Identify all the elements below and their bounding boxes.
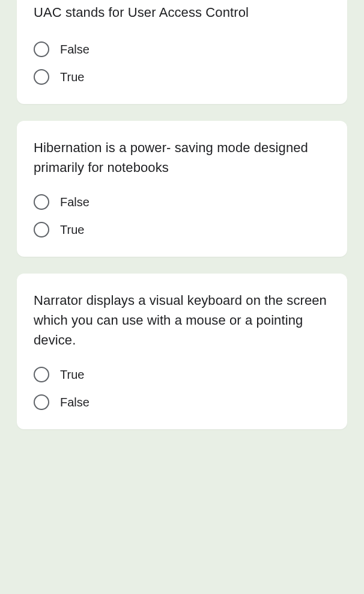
question-card: Hibernation is a power- saving mode desi…: [17, 121, 347, 257]
question-card: UAC stands for User Access Control False…: [17, 0, 347, 104]
option-label: False: [60, 43, 89, 57]
radio-option[interactable]: False: [34, 41, 330, 57]
question-text: Narrator displays a visual keyboard on t…: [34, 290, 330, 350]
radio-option[interactable]: True: [34, 222, 330, 237]
radio-option[interactable]: True: [34, 69, 330, 85]
question-text: Hibernation is a power- saving mode desi…: [34, 138, 330, 177]
radio-icon: [34, 41, 49, 57]
radio-icon: [34, 367, 49, 382]
radio-icon: [34, 69, 49, 85]
radio-icon: [34, 222, 49, 237]
option-label: False: [60, 396, 89, 409]
radio-option[interactable]: False: [34, 194, 330, 210]
question-text: UAC stands for User Access Control: [34, 2, 330, 22]
form-container: UAC stands for User Access Control False…: [0, 0, 364, 429]
option-label: True: [60, 368, 84, 382]
radio-option[interactable]: True: [34, 367, 330, 382]
radio-icon: [34, 394, 49, 410]
option-label: False: [60, 195, 89, 209]
option-label: True: [60, 223, 84, 237]
option-label: True: [60, 70, 84, 84]
radio-icon: [34, 194, 49, 210]
radio-option[interactable]: False: [34, 394, 330, 410]
question-card: Narrator displays a visual keyboard on t…: [17, 274, 347, 429]
